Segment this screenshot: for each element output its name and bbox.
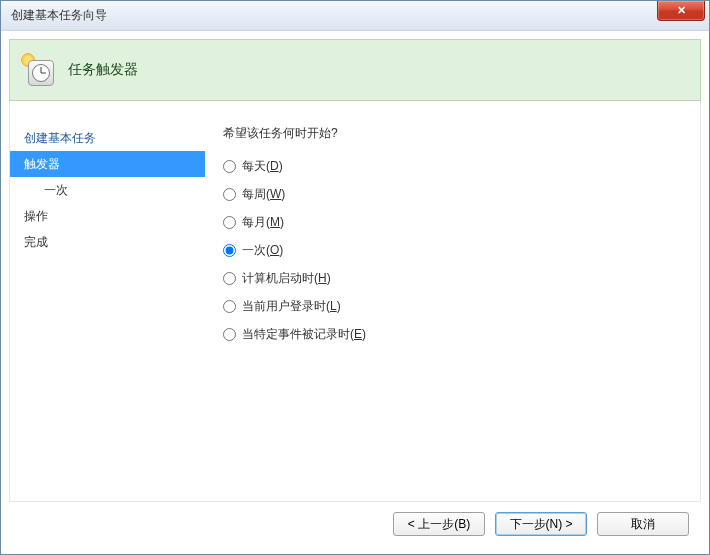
trigger-radio-m[interactable] — [223, 216, 236, 229]
next-button[interactable]: 下一步(N) > — [495, 512, 587, 536]
sidebar-item-0[interactable]: 创建基本任务 — [10, 125, 205, 151]
sidebar-item-4[interactable]: 完成 — [10, 229, 205, 255]
button-bar: < 上一步(B) 下一步(N) > 取消 — [9, 502, 701, 546]
wizard-main: 希望该任务何时开始? 每天(D)每周(W)每月(M)一次(O)计算机启动时(H)… — [205, 101, 700, 501]
trigger-radio-l[interactable] — [223, 300, 236, 313]
trigger-option-label: 计算机启动时(H) — [242, 270, 331, 287]
content-frame: 任务触发器 创建基本任务触发器一次操作完成 希望该任务何时开始? 每天(D)每周… — [1, 31, 709, 554]
trigger-option-d[interactable]: 每天(D) — [223, 158, 700, 175]
window-title: 创建基本任务向导 — [11, 7, 107, 24]
trigger-radio-o[interactable] — [223, 244, 236, 257]
trigger-option-h[interactable]: 计算机启动时(H) — [223, 270, 700, 287]
close-button[interactable]: ✕ — [657, 1, 705, 21]
trigger-option-w[interactable]: 每周(W) — [223, 186, 700, 203]
close-icon: ✕ — [677, 4, 686, 17]
trigger-radio-w[interactable] — [223, 188, 236, 201]
sidebar-item-2[interactable]: 一次 — [10, 177, 205, 203]
trigger-option-o[interactable]: 一次(O) — [223, 242, 700, 259]
wizard-header-title: 任务触发器 — [68, 61, 138, 79]
sidebar-item-1[interactable]: 触发器 — [10, 151, 205, 177]
clock-sun-icon — [22, 54, 54, 86]
trigger-option-label: 当前用户登录时(L) — [242, 298, 341, 315]
wizard-body: 创建基本任务触发器一次操作完成 希望该任务何时开始? 每天(D)每周(W)每月(… — [9, 101, 701, 502]
trigger-option-label: 每周(W) — [242, 186, 285, 203]
cancel-button[interactable]: 取消 — [597, 512, 689, 536]
wizard-window: 创建基本任务向导 ✕ 任务触发器 创建基本任务触发器一次操作完成 希望该任务何时… — [0, 0, 710, 555]
trigger-radio-list: 每天(D)每周(W)每月(M)一次(O)计算机启动时(H)当前用户登录时(L)当… — [223, 158, 700, 343]
titlebar: 创建基本任务向导 ✕ — [1, 1, 709, 31]
trigger-option-label: 每天(D) — [242, 158, 283, 175]
trigger-radio-d[interactable] — [223, 160, 236, 173]
trigger-option-e[interactable]: 当特定事件被记录时(E) — [223, 326, 700, 343]
trigger-option-l[interactable]: 当前用户登录时(L) — [223, 298, 700, 315]
sidebar-item-3[interactable]: 操作 — [10, 203, 205, 229]
trigger-option-label: 当特定事件被记录时(E) — [242, 326, 366, 343]
trigger-radio-e[interactable] — [223, 328, 236, 341]
wizard-sidebar: 创建基本任务触发器一次操作完成 — [10, 101, 205, 501]
trigger-option-label: 每月(M) — [242, 214, 284, 231]
trigger-option-m[interactable]: 每月(M) — [223, 214, 700, 231]
back-button[interactable]: < 上一步(B) — [393, 512, 485, 536]
trigger-option-label: 一次(O) — [242, 242, 283, 259]
trigger-radio-h[interactable] — [223, 272, 236, 285]
trigger-question: 希望该任务何时开始? — [223, 125, 700, 142]
wizard-header: 任务触发器 — [9, 39, 701, 101]
